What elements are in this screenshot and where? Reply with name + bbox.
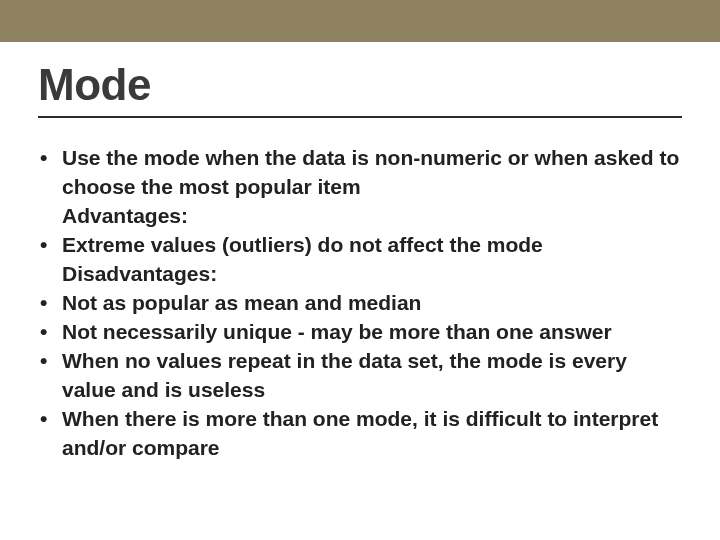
bullet-dis1: • Not as popular as mean and median: [38, 289, 682, 318]
bullet-icon: •: [38, 318, 62, 347]
bullet-text: Not as popular as mean and median: [62, 289, 682, 318]
bullet-text: When no values repeat in the data set, t…: [62, 347, 682, 405]
slide-content: Mode • Use the mode when the data is non…: [0, 42, 720, 483]
bullet-text: Not necessarily unique - may be more tha…: [62, 318, 682, 347]
bullet-adv1: • Extreme values (outliers) do not affec…: [38, 231, 682, 260]
slide-accent-bar: [0, 0, 720, 42]
bullet-icon: •: [38, 289, 62, 318]
title-divider: [38, 116, 682, 118]
bullet-intro: • Use the mode when the data is non-nume…: [38, 144, 682, 202]
bullet-icon: •: [38, 144, 62, 173]
bullet-icon: •: [38, 347, 62, 376]
slide-body: • Use the mode when the data is non-nume…: [38, 144, 682, 463]
bullet-text: Use the mode when the data is non-numeri…: [62, 144, 682, 202]
bullet-text: Extreme values (outliers) do not affect …: [62, 231, 682, 260]
bullet-text: When there is more than one mode, it is …: [62, 405, 682, 463]
slide-title: Mode: [38, 60, 682, 110]
bullet-dis3: • When no values repeat in the data set,…: [38, 347, 682, 405]
disadvantages-label: Disadvantages:: [38, 260, 682, 289]
bullet-icon: •: [38, 405, 62, 434]
bullet-dis4: • When there is more than one mode, it i…: [38, 405, 682, 463]
advantages-label: Advantages:: [38, 202, 682, 231]
bullet-icon: •: [38, 231, 62, 260]
bullet-dis2: • Not necessarily unique - may be more t…: [38, 318, 682, 347]
